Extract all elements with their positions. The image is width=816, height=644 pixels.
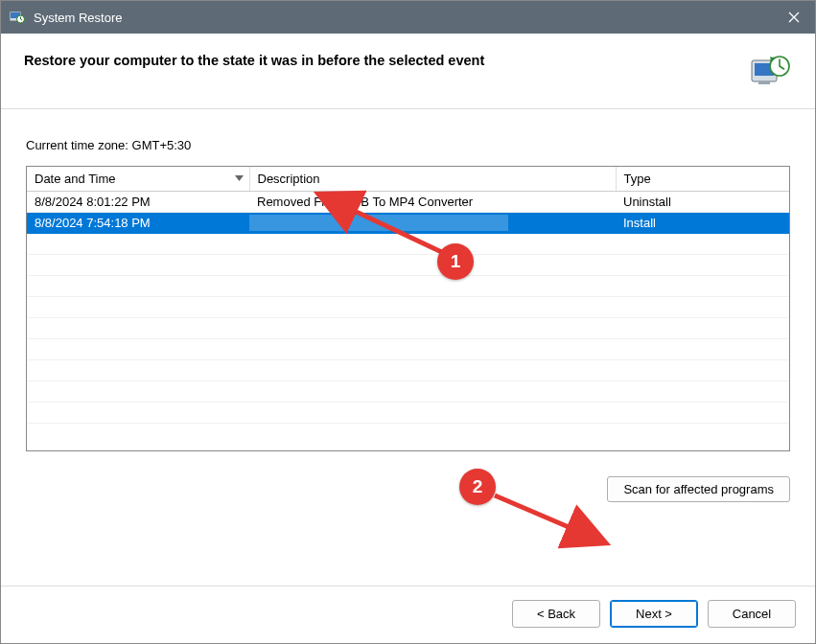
- restore-points-table[interactable]: Date and Time Description Type 8/8/2024 …: [26, 166, 790, 451]
- app-icon: [9, 9, 26, 26]
- table-row-empty: [27, 339, 789, 360]
- table-row-empty: [27, 402, 789, 424]
- scan-affected-button[interactable]: Scan for affected programs: [607, 476, 790, 502]
- wizard-body: Current time zone: GMT+5:30 Date and Tim…: [1, 109, 815, 586]
- cell-type: Uninstall: [616, 192, 789, 213]
- svg-rect-5: [758, 81, 770, 84]
- cell-description: [249, 213, 616, 234]
- table-row-empty: [27, 360, 789, 381]
- table-row-empty: [27, 255, 789, 276]
- table-row[interactable]: 8/8/2024 7:54:18 PM Install: [27, 213, 789, 234]
- col-type-label: Type: [624, 172, 651, 186]
- col-type[interactable]: Type: [616, 167, 789, 192]
- next-button[interactable]: Next >: [610, 600, 698, 628]
- cancel-button[interactable]: Cancel: [708, 600, 796, 628]
- col-datetime[interactable]: Date and Time: [27, 167, 249, 192]
- table-row-empty: [27, 234, 789, 255]
- window-title: System Restore: [34, 11, 807, 25]
- system-restore-window: System Restore Restore your computer to …: [0, 0, 816, 644]
- cell-description: Removed Free VOB To MP4 Converter: [249, 192, 616, 213]
- table-row-empty: [27, 381, 789, 402]
- table-header-row: Date and Time Description Type: [27, 167, 789, 192]
- svg-line-8: [495, 495, 602, 541]
- table-row-empty: [27, 297, 789, 318]
- titlebar: System Restore: [1, 1, 815, 34]
- close-button[interactable]: [773, 1, 815, 34]
- table-row-empty: [27, 276, 789, 297]
- cell-datetime: 8/8/2024 7:54:18 PM: [27, 213, 249, 234]
- page-heading: Restore your computer to the state it wa…: [24, 53, 738, 68]
- restore-icon: [750, 53, 792, 91]
- table-row-empty: [27, 318, 789, 339]
- scan-row: Scan for affected programs: [26, 476, 790, 502]
- col-datetime-label: Date and Time: [35, 172, 116, 186]
- table-row[interactable]: 8/8/2024 8:01:22 PM Removed Free VOB To …: [27, 192, 789, 213]
- sort-indicator-icon: [235, 172, 244, 183]
- col-description[interactable]: Description: [249, 167, 616, 192]
- cell-type: Install: [616, 213, 789, 234]
- cell-datetime: 8/8/2024 8:01:22 PM: [27, 192, 249, 213]
- wizard-footer: < Back Next > Cancel: [1, 586, 815, 643]
- timezone-label: Current time zone: GMT+5:30: [26, 138, 790, 152]
- back-button[interactable]: < Back: [512, 600, 600, 628]
- col-description-label: Description: [258, 172, 320, 186]
- wizard-header: Restore your computer to the state it wa…: [1, 34, 815, 109]
